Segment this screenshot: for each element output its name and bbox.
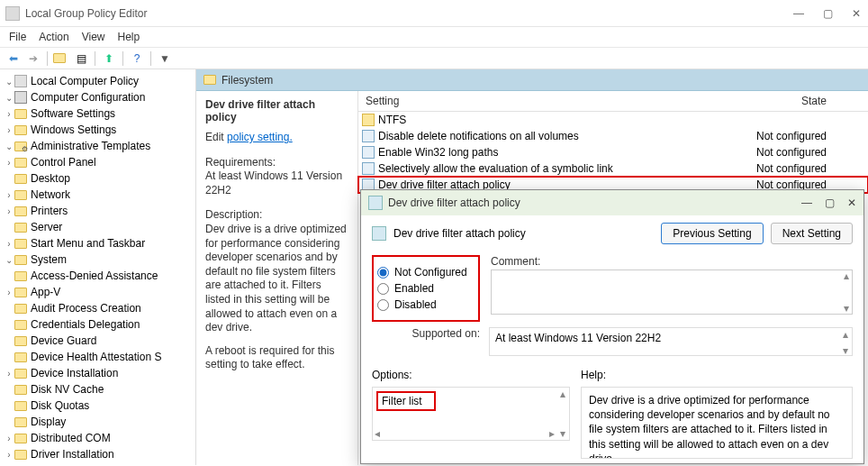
- tree-item[interactable]: Device Health Attestation S: [0, 350, 195, 364]
- col-state[interactable]: State: [760, 91, 868, 111]
- toolbar-separator: [47, 51, 48, 66]
- tree-root[interactable]: ⌄Local Computer Policy: [0, 74, 195, 88]
- toolbar-folder-icon[interactable]: [53, 50, 69, 67]
- settings-row[interactable]: Enable Win32 long pathsNot configured: [358, 144, 868, 160]
- requirements-label: Requirements:: [205, 156, 276, 169]
- dialog-maximize-button[interactable]: ▢: [825, 196, 835, 209]
- tree-item[interactable]: Server: [0, 220, 195, 234]
- close-button[interactable]: ✕: [850, 7, 863, 20]
- next-setting-button[interactable]: Next Setting: [771, 223, 853, 244]
- dialog-minimize-button[interactable]: —: [801, 196, 812, 209]
- menu-help[interactable]: Help: [118, 31, 140, 43]
- radio-label: Disabled: [394, 298, 437, 311]
- radio-label: Enabled: [394, 282, 434, 295]
- scroll-up-icon[interactable]: ▴: [560, 388, 565, 400]
- scroll-down-icon[interactable]: ▾: [843, 344, 848, 357]
- tree-item[interactable]: ›Network: [0, 187, 195, 202]
- scroll-down-icon[interactable]: ▾: [844, 302, 849, 315]
- tree-item[interactable]: Disk Quotas: [0, 398, 195, 413]
- options-label: Options:: [372, 369, 570, 381]
- tree-item[interactable]: Disk NV Cache: [0, 382, 195, 397]
- tree-item-label: Control Panel: [31, 156, 96, 169]
- settings-row[interactable]: Disable delete notifications on all volu…: [358, 128, 868, 144]
- tree-computer-config[interactable]: ⌄Computer Configuration: [0, 90, 195, 105]
- tree-item[interactable]: ›Printers: [0, 204, 195, 218]
- tree-item[interactable]: Device Guard: [0, 334, 195, 348]
- help-text-box: Dev drive is a drive optimized for perfo…: [581, 387, 853, 459]
- menu-action[interactable]: Action: [39, 31, 68, 43]
- toolbar-separator: [150, 51, 151, 66]
- tree-item-label: Access-Denied Assistance: [31, 270, 158, 282]
- tree-item-label: Desktop: [31, 172, 70, 185]
- previous-setting-button[interactable]: Previous Setting: [661, 223, 763, 244]
- tree-item-label: Administrative Templates: [31, 140, 150, 152]
- comment-textarea[interactable]: [491, 270, 853, 315]
- tree-item[interactable]: ›Driver Installation: [0, 447, 195, 461]
- toolbar-list-icon[interactable]: ▤: [73, 50, 89, 67]
- list-header: Setting State: [358, 91, 868, 112]
- tree-item[interactable]: Desktop: [0, 171, 195, 186]
- tree-software-settings[interactable]: ›Software Settings: [0, 106, 195, 121]
- options-column: Options: Filter list ▴▾ ◂▸: [372, 369, 570, 459]
- radio-input[interactable]: [377, 267, 389, 279]
- tree-item[interactable]: ›App-V: [0, 285, 195, 299]
- scroll-right-icon[interactable]: ▸: [549, 427, 555, 440]
- supported-on-label: Supported on:: [372, 327, 480, 340]
- tree-item-label: Distributed COM: [31, 432, 111, 444]
- requirements-value: At least Windows 11 Version 22H2: [205, 169, 342, 196]
- radio-disabled[interactable]: Disabled: [377, 298, 475, 311]
- radio-label: Not Configured: [394, 266, 467, 279]
- edit-policy-link[interactable]: policy setting.: [227, 131, 293, 143]
- radio-input[interactable]: [377, 299, 389, 311]
- nav-forward-button[interactable]: ➔: [25, 50, 41, 67]
- tree-item[interactable]: Access-Denied Assistance: [0, 269, 195, 283]
- menubar: File Action View Help: [0, 27, 868, 48]
- dialog-icon: [368, 196, 383, 210]
- menu-view[interactable]: View: [82, 31, 105, 43]
- dialog-subtitle: Dev drive filter attach policy: [393, 227, 526, 240]
- crumb-label: Filesystem: [222, 74, 273, 87]
- radio-input[interactable]: [377, 283, 389, 295]
- tree-item-label: Driver Installation: [31, 448, 114, 461]
- tree-system[interactable]: ⌄System: [0, 252, 195, 267]
- tree-item[interactable]: Display: [0, 415, 195, 429]
- help-label: Help:: [581, 369, 853, 381]
- tree-item[interactable]: Early Launch Antimalware: [0, 463, 195, 465]
- folder-icon: [203, 75, 216, 85]
- tree-windows-settings[interactable]: ›Windows Settings: [0, 123, 195, 137]
- tree-item[interactable]: ›Start Menu and Taskbar: [0, 236, 195, 251]
- app-icon: [5, 6, 20, 21]
- settings-row[interactable]: NTFS: [358, 112, 868, 128]
- settings-row[interactable]: Selectively allow the evaluation of a sy…: [358, 160, 868, 177]
- tree-item[interactable]: ›Distributed COM: [0, 431, 195, 445]
- minimize-button[interactable]: —: [792, 7, 805, 20]
- setting-label: NTFS: [378, 114, 756, 126]
- radio-not-configured[interactable]: Not Configured: [377, 266, 475, 279]
- toolbar-export-icon[interactable]: ⬆: [101, 50, 117, 67]
- reboot-note: A reboot is required for this setting to…: [205, 344, 348, 372]
- scroll-down-icon[interactable]: ▾: [560, 427, 565, 440]
- toolbar-help-icon[interactable]: ?: [129, 50, 145, 67]
- scroll-left-icon[interactable]: ◂: [375, 427, 380, 440]
- tree-item[interactable]: ›Device Installation: [0, 366, 195, 380]
- tree-item[interactable]: ›Control Panel: [0, 155, 195, 169]
- dialog-close-button[interactable]: ✕: [847, 196, 856, 209]
- radio-enabled[interactable]: Enabled: [377, 282, 475, 295]
- tree-item-label: Early Launch Antimalware: [31, 464, 156, 465]
- comment-label: Comment:: [491, 255, 853, 268]
- supported-on-value: At least Windows 11 Version 22H2: [495, 332, 661, 344]
- scroll-up-icon[interactable]: ▴: [843, 328, 848, 341]
- toolbar-filter-icon[interactable]: ▼: [157, 50, 173, 67]
- nav-back-button[interactable]: ⬅: [5, 50, 22, 67]
- scroll-up-icon[interactable]: ▴: [844, 270, 849, 282]
- col-setting[interactable]: Setting: [358, 91, 760, 111]
- tree-item[interactable]: Credentials Delegation: [0, 317, 195, 332]
- help-column: Help: Dev drive is a drive optimized for…: [581, 369, 853, 459]
- toolbar-separator: [122, 51, 123, 66]
- tree-item[interactable]: Audit Process Creation: [0, 301, 195, 315]
- menu-file[interactable]: File: [9, 31, 26, 43]
- tree-admin-templates[interactable]: ⌄Administrative Templates: [0, 139, 195, 153]
- folder-icon: [362, 114, 375, 126]
- maximize-button[interactable]: ▢: [821, 7, 834, 20]
- tree-item-label: Device Health Attestation S: [31, 351, 161, 363]
